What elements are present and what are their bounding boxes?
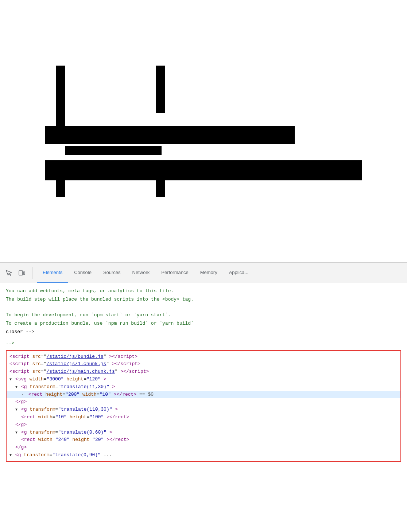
rect-selected-line[interactable]: · <rect height="200" width="10" ></rect>… <box>7 391 400 399</box>
script-chunk1[interactable]: <script src="/static/js/1.chunk.js" ></s… <box>9 360 398 368</box>
close-g-1: </g> <box>15 398 398 406</box>
g-translate-0-60[interactable]: <g transform="translate(0,60)" > <box>15 429 398 437</box>
cursor-icon-button[interactable] <box>3 267 15 279</box>
svg-rect-3 <box>65 146 162 155</box>
tab-memory[interactable]: Memory <box>194 263 223 283</box>
toolbar-icons <box>3 267 32 279</box>
tab-elements[interactable]: Elements <box>37 263 68 283</box>
devtools-tabs: Elements Console Sources Network Perform… <box>37 263 404 283</box>
script-bundle[interactable]: <script src="/static/js/bundle.js" ></sc… <box>9 353 398 361</box>
svg-rect-1 <box>156 66 165 113</box>
comment-line-4: To create a production bundle, use `npm … <box>6 320 401 328</box>
comment-line-1: You can add webfonts, meta tags, or anal… <box>6 287 401 295</box>
svg-element[interactable]: <svg width="3000" height="120" > <box>9 376 398 383</box>
svg-rect-8 <box>23 272 25 274</box>
comment-line-3: To begin the development, run `npm start… <box>6 312 401 319</box>
tab-sources[interactable]: Sources <box>97 263 127 283</box>
browser-viewport <box>0 0 407 262</box>
svg-preview <box>0 0 407 262</box>
rect-240-20[interactable]: <rect width="240" height="20" ></rect> <box>21 436 398 444</box>
tab-network[interactable]: Network <box>127 263 156 283</box>
close-g-2: </g> <box>15 421 398 429</box>
g-translate-0-90-partial[interactable]: <g transform="translate(0,90)" ... <box>9 451 398 459</box>
close-g-3: </g> <box>15 444 398 451</box>
tab-console[interactable]: Console <box>68 263 97 283</box>
svg-rect-2 <box>45 126 295 144</box>
script-main-chunk[interactable]: <script src="/static/js/main.chunk.js" >… <box>9 368 398 376</box>
rect-100[interactable]: <rect width="10" height="100" ></rect> <box>21 414 398 421</box>
svg-rect-7 <box>19 271 23 275</box>
comment-close: --> <box>6 340 401 347</box>
device-toggle-button[interactable] <box>16 267 28 279</box>
g-translate-11-30[interactable]: <g transform="translate(11,30)" > <box>15 383 398 391</box>
devtools-toolbar: Elements Console Sources Network Perform… <box>0 263 407 283</box>
tab-application[interactable]: Applica... <box>223 263 254 283</box>
g-translate-110-30[interactable]: <g transform="translate(110,30)" > <box>15 406 398 414</box>
svg-rect-6 <box>156 180 165 197</box>
comment-line-2: The build step will place the bundled sc… <box>6 296 401 304</box>
svg-rect-5 <box>56 180 65 197</box>
devtools-panel: Elements Console Sources Network Perform… <box>0 262 407 466</box>
devtools-content: You can add webfonts, meta tags, or anal… <box>0 283 407 466</box>
highlight-box: <script src="/static/js/bundle.js" ></sc… <box>6 350 401 462</box>
svg-rect-4 <box>45 160 362 180</box>
tab-performance[interactable]: Performance <box>155 263 194 283</box>
